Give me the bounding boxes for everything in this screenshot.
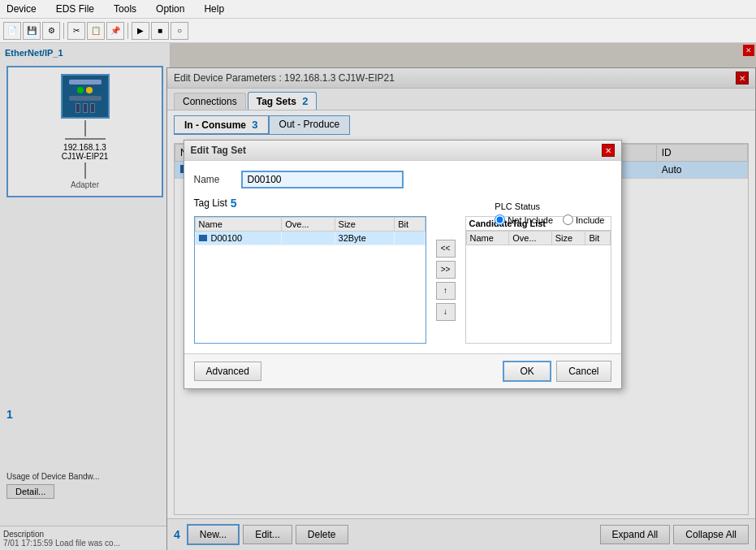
tag-list-panel: Name Ove... Size Bit D [194,216,426,344]
toolbar-btn-5[interactable]: 📋 [87,22,105,40]
dialog-content: Name PLC Status Not Include Include [184,161,621,353]
plc-status-section: PLC Status Not Include Include [495,201,604,225]
radio-not-include[interactable]: Not Include [495,214,553,225]
plc-radio-group: Not Include Include [495,214,604,225]
tl-row-name: D00100 [195,232,282,245]
dialog-titlebar: Edit Tag Set ✕ [184,141,621,161]
toolbar-separator-2 [127,23,128,39]
plc-status-label: PLC Status [495,201,604,211]
transfer-arrows: << >> ↑ ↓ [433,216,459,344]
menu-device[interactable]: Device [3,2,40,16]
menubar: Device EDS File Tools Option Help [0,0,756,19]
arrow-left-left-btn[interactable]: << [436,240,456,258]
dialog-overlay: Edit Tag Set ✕ Name PLC Status Not Inclu… [0,43,756,550]
name-input[interactable] [241,171,404,188]
tl-col-bit: Bit [395,218,425,232]
tl-col-name: Name [195,218,282,232]
dialog-footer: Advanced OK Cancel [184,353,621,388]
panel-number-5: 5 [231,197,237,210]
tl-row-size: 32Byte [335,232,395,245]
menu-tools[interactable]: Tools [110,2,140,16]
advanced-button[interactable]: Advanced [194,362,261,381]
ct-col-ove: Ove... [509,232,552,245]
tl-row[interactable]: D00100 32Byte [195,232,425,245]
candidate-panel: CandidateTag List Name Ove... Size Bit [465,216,611,344]
toolbar: 📄 💾 ⚙ ✂ 📋 📌 ▶ ■ ○ [0,19,756,43]
menu-eds-file[interactable]: EDS File [53,2,97,16]
toolbar-btn-4[interactable]: ✂ [67,22,85,40]
arrow-up-btn[interactable]: ↑ [436,282,456,300]
ct-col-name: Name [466,232,509,245]
dialog-panels: Name Ove... Size Bit D [194,216,611,344]
toolbar-btn-1[interactable]: 📄 [3,22,21,40]
arrow-right-right-btn[interactable]: >> [436,261,456,279]
tl-col-ove: Ove... [282,218,335,232]
tl-row-ove [282,232,335,245]
tag-list-label: Tag List [194,197,227,209]
name-row: Name [194,171,611,188]
tl-col-size: Size [335,218,395,232]
edit-tag-set-dialog: Edit Tag Set ✕ Name PLC Status Not Inclu… [184,140,622,389]
ok-button[interactable]: OK [503,361,551,382]
menu-option[interactable]: Option [153,2,188,16]
menu-help[interactable]: Help [201,2,227,16]
toolbar-btn-3[interactable]: ⚙ [42,22,60,40]
toolbar-separator [63,23,64,39]
toolbar-btn-9[interactable]: ○ [171,22,188,40]
ct-col-size: Size [551,232,585,245]
tl-row-bit [395,232,425,245]
dialog-close-button[interactable]: ✕ [602,144,615,157]
toolbar-btn-7[interactable]: ▶ [132,22,149,40]
toolbar-btn-2[interactable]: 💾 [23,22,41,40]
radio-include[interactable]: Include [563,214,604,225]
dialog-title: Edit Tag Set [191,145,246,156]
ct-col-bit: Bit [585,232,610,245]
toolbar-btn-8[interactable]: ■ [151,22,169,40]
name-label: Name [194,174,235,185]
toolbar-btn-6[interactable]: 📌 [106,22,124,40]
cancel-button[interactable]: Cancel [556,361,611,382]
arrow-down-btn[interactable]: ↓ [436,303,456,321]
